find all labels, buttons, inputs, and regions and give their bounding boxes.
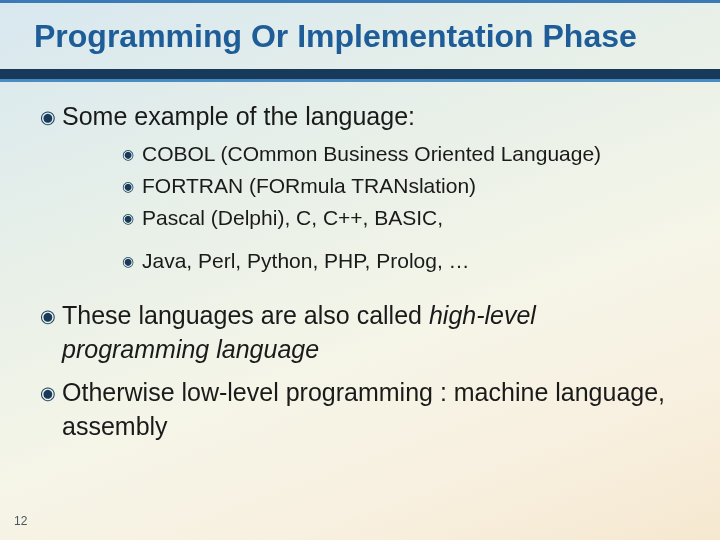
bullet-icon: ◉ [122, 204, 142, 232]
bullet-icon: ◉ [40, 376, 62, 410]
slide: Programming Or Implementation Phase ◉ So… [0, 0, 720, 540]
bullet-list-lvl2: ◉ COBOL (COmmon Business Oriented Langua… [122, 140, 684, 275]
list-item: ◉ These languages are also called high-l… [40, 299, 684, 367]
bullet-icon: ◉ [40, 100, 62, 134]
list-item: ◉ Otherwise low-level programming : mach… [40, 376, 684, 444]
bullet-icon: ◉ [40, 299, 62, 333]
list-item-text: Some example of the language: [62, 102, 415, 130]
bullet-list-lvl1: ◉ Some example of the language: ◉ COBOL … [40, 100, 684, 444]
text-pre: These languages are also called [62, 301, 429, 329]
list-item: ◉ Pascal (Delphi), C, C++, BASIC, [122, 204, 684, 232]
list-item-text: Java, Perl, Python, PHP, Prolog, … [142, 247, 470, 275]
list-item-text: Pascal (Delphi), C, C++, BASIC, [142, 204, 443, 232]
bullet-icon: ◉ [122, 140, 142, 168]
list-item-text: FORTRAN (FORmula TRANslation) [142, 172, 476, 200]
page-number: 12 [14, 514, 27, 528]
list-item-text: Otherwise low-level programming : machin… [62, 376, 684, 444]
title-block: Programming Or Implementation Phase [0, 0, 720, 65]
slide-title: Programming Or Implementation Phase [34, 18, 686, 55]
list-gap [122, 237, 684, 243]
content-area: ◉ Some example of the language: ◉ COBOL … [0, 82, 720, 444]
list-item: ◉ Some example of the language: ◉ COBOL … [40, 100, 684, 289]
title-rule-dark [0, 69, 720, 79]
bullet-icon: ◉ [122, 247, 142, 275]
list-item: ◉ Java, Perl, Python, PHP, Prolog, … [122, 247, 684, 275]
list-item: ◉ FORTRAN (FORmula TRANslation) [122, 172, 684, 200]
list-item-text: These languages are also called high-lev… [62, 299, 684, 367]
list-item: ◉ COBOL (COmmon Business Oriented Langua… [122, 140, 684, 168]
top-accent-bar [0, 0, 720, 3]
list-item-body: Some example of the language: ◉ COBOL (C… [62, 100, 684, 289]
list-item-text: COBOL (COmmon Business Oriented Language… [142, 140, 601, 168]
bullet-icon: ◉ [122, 172, 142, 200]
